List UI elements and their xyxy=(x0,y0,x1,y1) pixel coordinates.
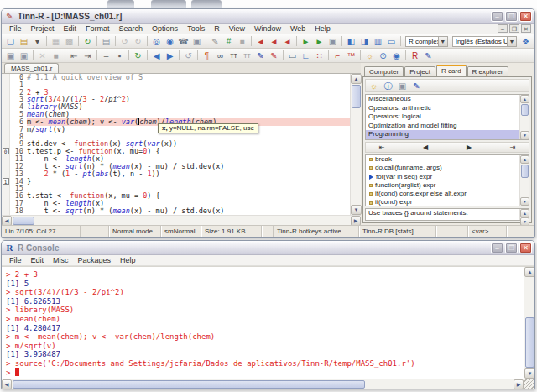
category-operators-logical[interactable]: Operators: logical xyxy=(366,112,519,122)
r-computation-combobox[interactable]: R complex▼ xyxy=(405,36,448,47)
item-scroll-thumb[interactable] xyxy=(521,165,529,178)
code-line[interactable]: 18 t <- sqrt(n) * (mean(x) - mu) / std.d… xyxy=(2,207,350,215)
category-scroll-thumb[interactable] xyxy=(521,104,529,116)
spell-pencil-button[interactable]: ✎ xyxy=(209,35,222,48)
refresh-button[interactable]: ↻ xyxy=(132,50,144,62)
tab-r-card[interactable]: R card xyxy=(436,65,467,76)
open-file-button[interactable]: ▤ xyxy=(18,35,30,48)
preview-glasses-button[interactable]: ∞ xyxy=(214,50,227,62)
code-line[interactable]: 0# 1.1 A quick overview of S xyxy=(2,74,350,81)
unindent-button[interactable]: ⇤ xyxy=(68,50,81,62)
mdi-minimize-button[interactable]: – xyxy=(498,24,508,33)
rcard-item[interactable]: do.call(funname, args) xyxy=(366,164,519,172)
scroll-down-icon[interactable]: ▼ xyxy=(520,131,529,139)
tab-r-explorer[interactable]: R explorer xyxy=(467,66,508,76)
menu-search[interactable]: Search xyxy=(115,24,148,33)
reopen-button[interactable]: ↻ xyxy=(81,35,94,48)
chevron-down-icon[interactable]: ▼ xyxy=(438,37,447,46)
rcard-item[interactable]: break xyxy=(366,155,519,164)
clock-button[interactable]: ⊙ xyxy=(377,50,389,62)
block-select-button[interactable]: ■ xyxy=(50,50,62,62)
nav-back-button[interactable]: ◀ xyxy=(150,50,163,62)
font-increase-button[interactable]: TT xyxy=(227,50,240,62)
tab-project[interactable]: Project xyxy=(404,66,435,76)
category-scrollbar[interactable]: ▲ ▼ xyxy=(519,95,529,139)
editor-vscroll-thumb[interactable] xyxy=(352,85,361,108)
save-button[interactable]: ▦ xyxy=(50,35,62,48)
frame-view-button[interactable]: ▭ xyxy=(286,50,299,62)
replace-button[interactable]: ☎ xyxy=(177,35,190,48)
copy-card-button[interactable]: ▣ xyxy=(396,80,409,92)
send-line-button[interactable]: ◄ xyxy=(254,35,267,48)
show-marks-button[interactable]: ¶ xyxy=(201,50,213,62)
rcard-item[interactable]: if(cond) cons.expr else alt.expr xyxy=(366,190,519,198)
nav-forward-button[interactable]: ▶ xyxy=(164,50,176,62)
web-globe-button[interactable]: ◉ xyxy=(390,50,403,62)
indent-button[interactable]: ⇥ xyxy=(81,50,94,62)
maximize-button[interactable]: ❐ xyxy=(505,11,518,22)
tip-lamp-button[interactable]: ☼ xyxy=(368,80,380,92)
chevron-down-icon[interactable]: ▼ xyxy=(507,37,516,46)
rconsole-titlebar[interactable]: R R Console – ❐ ✕ xyxy=(2,241,534,255)
menu-tools[interactable]: Tools xyxy=(183,24,209,33)
console-hscroll-thumb[interactable] xyxy=(13,380,365,389)
run-selection-button[interactable]: ► xyxy=(300,35,312,48)
highlight-pen-button[interactable]: ✎ xyxy=(254,50,267,62)
spell-language-combobox[interactable]: Inglês (Estados Unidos)▼ xyxy=(452,36,517,47)
menu-packages[interactable]: Packages xyxy=(74,256,116,264)
print-button[interactable]: ▤ xyxy=(100,35,112,48)
rcard-item[interactable]: function(arglist) expr xyxy=(366,181,519,190)
scroll-up-icon[interactable]: ▲ xyxy=(524,267,535,277)
scroll-right-icon[interactable]: ▶ xyxy=(514,379,524,389)
scroll-up-icon[interactable]: ▲ xyxy=(351,74,362,84)
menu-misc[interactable]: Misc xyxy=(49,256,73,264)
editor-vertical-scrollbar[interactable]: ▲ ▼ xyxy=(350,74,361,215)
expand-fold-button[interactable]: ▪ xyxy=(113,50,126,62)
description-scrollbar[interactable]: ▲ ▼ xyxy=(519,209,529,220)
scroll-down-icon[interactable]: ▼ xyxy=(524,368,535,379)
console-vscroll-thumb[interactable] xyxy=(525,317,534,368)
resize-grip[interactable] xyxy=(524,379,534,389)
editor-hscroll-thumb[interactable] xyxy=(13,217,34,225)
menu-format[interactable]: Format xyxy=(81,24,114,33)
scroll-up-icon[interactable]: ▲ xyxy=(520,95,529,103)
category-miscellaneous[interactable]: Miscellaneous xyxy=(366,95,519,104)
document-tab[interactable]: MASS_ch01.r xyxy=(4,63,59,73)
run-file-button[interactable]: ► xyxy=(313,35,326,48)
nav-next-button[interactable]: ▶ xyxy=(460,144,478,151)
code-line[interactable]: 13 2 * (1 - pt(abs(t), n - 1)) xyxy=(2,170,350,178)
color-blocks-button[interactable]: ∷ xyxy=(313,50,326,62)
project-panel-button[interactable]: ▣ xyxy=(18,50,30,62)
minimize-button[interactable]: – xyxy=(491,243,503,253)
menu-window[interactable]: Window xyxy=(250,24,285,33)
new-file-button[interactable]: ▢ xyxy=(4,35,17,48)
nav-last-button[interactable]: ⇥ xyxy=(503,144,522,151)
send-file-button[interactable]: ◄ xyxy=(281,35,294,48)
mdi-close-button[interactable]: ✕ xyxy=(521,24,531,33)
open-dropdown-button[interactable]: ▾ xyxy=(31,35,44,48)
fold-marker[interactable]: 1 xyxy=(3,178,9,185)
console-horizontal-scrollbar[interactable]: ◀ ▶ xyxy=(2,379,534,389)
menu-edit[interactable]: Edit xyxy=(27,256,49,264)
history-button[interactable]: ↺ xyxy=(182,50,195,62)
menu-view[interactable]: View xyxy=(225,24,249,33)
minimize-button[interactable]: – xyxy=(491,11,503,22)
rcard-item[interactable]: if(cond) expr xyxy=(366,198,519,206)
category-optimization-and-model-fitting[interactable]: Optimization and model fitting xyxy=(366,122,519,131)
chart-view-button[interactable]: ∟ xyxy=(300,50,312,62)
scroll-left-icon[interactable]: ◀ xyxy=(2,379,12,389)
layout-editor-button[interactable]: ◧ xyxy=(345,35,357,48)
tip-of-day-button[interactable]: ☼ xyxy=(363,50,376,62)
code-line[interactable]: 114} xyxy=(2,178,350,186)
r-syntax-button[interactable]: # xyxy=(222,35,235,48)
processor-button[interactable]: ▣ xyxy=(326,35,339,48)
redo-button[interactable]: ↻ xyxy=(132,35,144,48)
stop-button[interactable]: ■ xyxy=(236,35,248,48)
menu-options[interactable]: Options xyxy=(148,24,182,33)
save-all-button[interactable]: ▩ xyxy=(63,35,76,48)
menu-help[interactable]: Help xyxy=(310,24,335,33)
scroll-down-icon[interactable]: ▼ xyxy=(351,205,362,215)
console-vertical-scrollbar[interactable]: ▲ ▼ xyxy=(524,267,534,379)
scroll-up-icon[interactable]: ▲ xyxy=(520,209,529,217)
maximize-button[interactable]: ❐ xyxy=(505,243,518,253)
